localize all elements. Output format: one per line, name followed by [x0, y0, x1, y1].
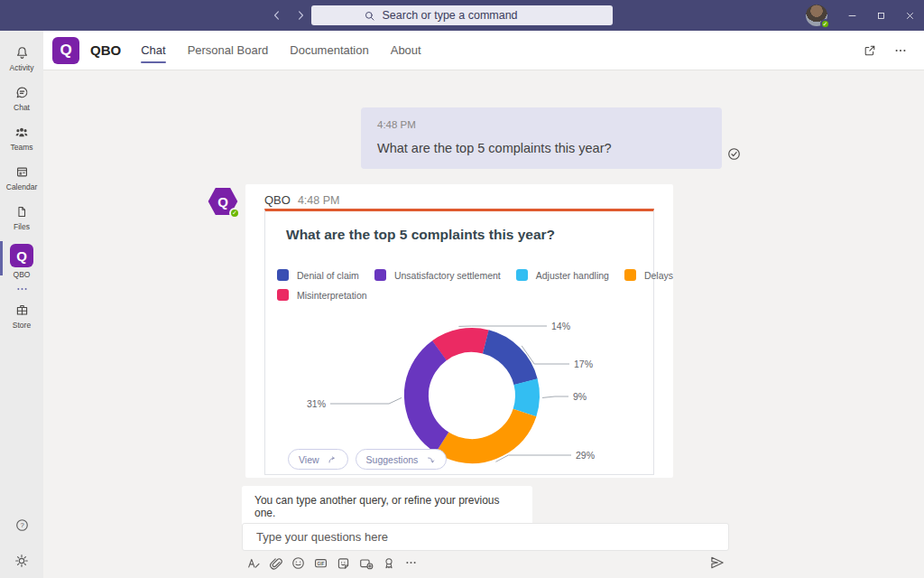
bot-followup-bubble: You can type another query, or refine yo…	[242, 486, 532, 527]
legend-label: Delays	[644, 270, 673, 281]
slice-percent-label: 14%	[551, 321, 570, 331]
search-icon	[364, 10, 375, 22]
files-icon	[14, 204, 29, 219]
sidebar-item-label: QBO	[14, 270, 31, 279]
user-message-bubble: 4:48 PM What are the top 5 complaints th…	[361, 107, 722, 169]
arrow-down-icon	[425, 454, 436, 465]
message-text: What are the top 5 complaints this year?	[377, 141, 707, 155]
title-bar: ✓	[0, 0, 924, 31]
tab-about[interactable]: About	[391, 31, 421, 70]
popout-icon[interactable]	[863, 43, 877, 58]
app-title: QBO	[90, 42, 121, 58]
meet-icon[interactable]	[358, 555, 374, 571]
sidebar-item-label: Files	[14, 222, 30, 231]
help-icon[interactable]: ?	[14, 517, 30, 533]
bot-message-header: QBO4:48 PM	[245, 184, 673, 207]
bot-message-time: 4:48 PM	[298, 194, 340, 207]
attach-icon[interactable]	[268, 555, 283, 571]
sidebar-item-label: Calendar	[6, 182, 38, 191]
bell-icon	[14, 45, 30, 61]
sidebar-item-activity[interactable]: Activity	[0, 38, 43, 78]
slice-percent-label: 17%	[574, 359, 593, 369]
more-options-icon[interactable]	[893, 43, 908, 58]
sidebar-item-chat[interactable]: Chat	[0, 78, 43, 117]
chart-legend: Denial of claimUnsatisfactory settlement…	[277, 269, 651, 309]
sticker-icon[interactable]	[336, 555, 351, 571]
more-icon[interactable]	[403, 555, 419, 571]
sidebar-item-calendar[interactable]: Calendar	[0, 157, 43, 197]
emoji-icon[interactable]	[291, 555, 306, 571]
user-avatar[interactable]: ✓	[806, 5, 827, 26]
sidebar-item-teams[interactable]: Teams	[0, 117, 43, 157]
slice-percent-label: 31%	[307, 398, 326, 409]
close-button[interactable]	[895, 0, 924, 31]
message-input[interactable]	[254, 529, 728, 545]
message-time: 4:48 PM	[377, 119, 707, 130]
format-icon[interactable]	[245, 555, 261, 571]
arrow-up-right-icon	[327, 454, 337, 465]
legend-label: Denial of claim	[297, 270, 359, 281]
legend-swatch	[516, 269, 528, 281]
composer[interactable]	[242, 523, 729, 551]
history-nav	[271, 0, 307, 31]
back-icon[interactable]	[271, 9, 283, 22]
chart-title: What are the top 5 complaints this year?	[286, 227, 555, 243]
forward-icon[interactable]	[294, 9, 307, 22]
slice-percent-label: 29%	[576, 450, 595, 461]
praise-icon[interactable]	[381, 555, 396, 571]
view-button-label: View	[299, 454, 319, 465]
settings-icon[interactable]	[14, 553, 30, 569]
chart-card: What are the top 5 complaints this year?…	[264, 209, 654, 475]
tab-chat[interactable]: Chat	[141, 31, 165, 70]
maximize-button[interactable]	[866, 0, 895, 31]
legend-swatch	[277, 269, 289, 281]
sent-check-icon	[726, 146, 742, 162]
calendar-icon	[14, 164, 30, 180]
tab-personal-board[interactable]: Personal Board	[188, 31, 269, 70]
more-icon	[15, 285, 29, 293]
left-rail-items: ActivityChatTeamsCalendarFilesQQBOStore	[0, 38, 43, 335]
sidebar-more-apps[interactable]	[0, 284, 43, 295]
app-tab-bar: Q QBO ChatPersonal BoardDocumentationAbo…	[43, 31, 924, 70]
gif-icon[interactable]: GIF	[313, 555, 328, 571]
send-icon[interactable]	[709, 555, 725, 571]
chat-pane: 4:48 PM What are the top 5 complaints th…	[43, 70, 924, 578]
bot-avatar: Q ✓	[208, 186, 238, 217]
search-input[interactable]	[381, 8, 561, 23]
minimize-button[interactable]	[837, 0, 866, 31]
legend-item: Misinterpretation	[277, 289, 367, 301]
callout-line	[542, 396, 568, 397]
qbo-logo-icon: Q	[10, 244, 33, 267]
bot-message-block: QBO4:48 PM What are the top 5 complaints…	[245, 184, 673, 478]
teams-icon	[14, 125, 30, 140]
legend-item: Unsatisfactory settlement	[374, 269, 501, 281]
sidebar-item-files[interactable]: Files	[0, 197, 43, 237]
slice-percent-label: 9%	[573, 391, 587, 402]
svg-text:GIF: GIF	[318, 561, 325, 565]
legend-label: Unsatisfactory settlement	[394, 270, 501, 281]
tab-documentation[interactable]: Documentation	[290, 31, 368, 70]
suggestions-button[interactable]: Suggestions	[356, 449, 448, 470]
left-rail: ActivityChatTeamsCalendarFilesQQBOStore …	[0, 31, 43, 578]
composer-toolbar: GIF	[245, 555, 419, 571]
sidebar-item-label: Chat	[14, 103, 30, 112]
command-search[interactable]	[311, 5, 613, 25]
sidebar-item-qbo[interactable]: QQBO	[0, 237, 43, 284]
sidebar-item-store[interactable]: Store	[0, 295, 43, 335]
sidebar-item-label: Store	[13, 321, 31, 330]
sidebar-item-label: Teams	[10, 143, 32, 152]
teams-app-window: ✓ ActivityChatTeamsCalendarFilesQQBOStor…	[0, 0, 924, 578]
legend-item: Delays	[624, 269, 673, 281]
view-button[interactable]: View	[288, 449, 348, 470]
legend-label: Adjuster handling	[536, 270, 609, 281]
legend-swatch	[374, 269, 386, 281]
legend-label: Misinterpretation	[297, 290, 367, 301]
callout-line	[495, 455, 571, 461]
store-icon	[14, 303, 30, 318]
legend-item: Denial of claim	[277, 269, 359, 281]
card-actions: View Suggestions	[288, 449, 447, 470]
left-rail-bottom: ?	[0, 517, 43, 569]
sidebar-item-label: Activity	[10, 63, 34, 72]
legend-swatch	[277, 289, 289, 301]
callout-line	[330, 397, 402, 404]
